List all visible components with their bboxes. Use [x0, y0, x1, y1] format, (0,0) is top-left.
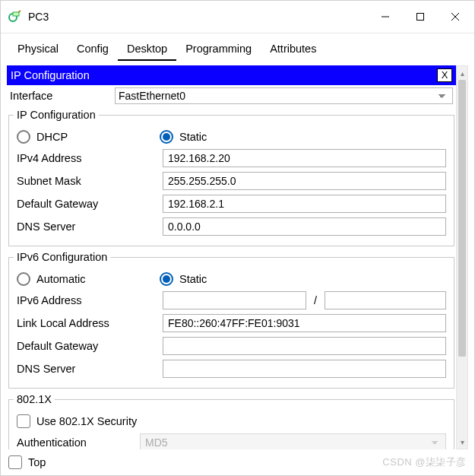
ipv6-automatic-label: Automatic — [36, 273, 85, 285]
scroll-down-arrow-icon[interactable]: ▾ — [457, 435, 467, 449]
dot1x-legend: 802.1X — [14, 393, 55, 405]
ipv4-address-input[interactable] — [163, 149, 446, 167]
static-radio[interactable] — [160, 130, 173, 144]
vertical-scrollbar[interactable]: ▴ ▾ — [456, 65, 468, 449]
ipv6-prefix-input[interactable] — [325, 291, 446, 309]
ipv6-gateway-label: Default Gateway — [17, 340, 160, 352]
ipv6-dns-label: DNS Server — [17, 363, 160, 375]
link-local-label: Link Local Address — [17, 317, 160, 329]
tab-physical[interactable]: Physical — [8, 40, 68, 61]
ipv4-legend: IP Configuration — [14, 109, 99, 121]
ipv4-group: IP Configuration DHCP Static IPv4 Addres… — [8, 109, 454, 246]
panel-title: IP Configuration — [11, 69, 90, 81]
default-gateway-input[interactable] — [163, 195, 446, 213]
app-icon — [8, 10, 22, 24]
authentication-label: Authentication — [17, 436, 140, 449]
dns-server-label: DNS Server — [17, 221, 160, 233]
top-label: Top — [28, 456, 46, 468]
ipv6-automatic-radio[interactable] — [17, 272, 30, 286]
ipv6-dns-input[interactable] — [163, 360, 446, 378]
titlebar-separator — [1, 33, 474, 33]
close-button[interactable] — [438, 1, 473, 33]
ipv6-static-radio[interactable] — [160, 272, 173, 286]
content-area: IP Configuration X Interface FastEtherne… — [7, 65, 468, 449]
static-label: Static — [179, 131, 207, 143]
dhcp-label: DHCP — [36, 131, 68, 143]
subnet-mask-input[interactable] — [163, 172, 446, 190]
ipv6-group: IPv6 Configuration Automatic Static IPv6… — [8, 251, 454, 389]
scroll-track[interactable] — [457, 80, 467, 435]
link-local-input[interactable] — [163, 314, 446, 332]
use-8021x-label: Use 802.1X Security — [36, 415, 137, 427]
tabs: Physical Config Desktop Programming Attr… — [1, 36, 474, 61]
window-title: PC3 — [28, 11, 368, 23]
subnet-mask-label: Subnet Mask — [17, 175, 160, 187]
default-gateway-label: Default Gateway — [17, 198, 160, 210]
top-checkbox[interactable] — [8, 455, 22, 469]
app-window: PC3 Physical Config Desktop Programming … — [0, 0, 475, 476]
ipv6-gateway-input[interactable] — [163, 337, 446, 355]
ipv6-static-label: Static — [179, 273, 207, 285]
ip-config-panel: IP Configuration X Interface FastEtherne… — [7, 65, 456, 449]
dot1x-group: 802.1X Use 802.1X Security Authenticatio… — [8, 393, 454, 449]
footer: Top CSDN @柒柒子彦 — [1, 451, 474, 475]
use-8021x-checkbox[interactable] — [17, 414, 30, 428]
panel-header: IP Configuration X — [7, 65, 456, 85]
minimize-button[interactable] — [368, 1, 403, 33]
svg-rect-2 — [13, 12, 19, 16]
ipv6-legend: IPv6 Configuration — [14, 251, 110, 263]
maximize-button[interactable] — [403, 1, 438, 33]
interface-select[interactable]: FastEthernet0 — [115, 87, 453, 104]
ipv4-address-label: IPv4 Address — [17, 152, 160, 164]
ipv6-prefix-slash: / — [309, 294, 321, 306]
ipv6-address-input[interactable] — [163, 291, 306, 309]
scroll-up-arrow-icon[interactable]: ▴ — [457, 66, 467, 80]
ipv6-address-label: IPv6 Address — [17, 294, 160, 306]
watermark: CSDN @柒柒子彦 — [382, 455, 467, 469]
authentication-select: MD5 — [140, 433, 446, 449]
tab-config[interactable]: Config — [68, 40, 118, 61]
dns-server-input[interactable] — [163, 217, 446, 236]
tab-programming[interactable]: Programming — [176, 40, 261, 61]
scroll-thumb[interactable] — [458, 80, 466, 357]
tab-desktop[interactable]: Desktop — [118, 40, 176, 61]
interface-label: Interface — [10, 90, 109, 102]
tab-attributes[interactable]: Attributes — [261, 40, 325, 61]
svg-rect-4 — [417, 14, 424, 21]
titlebar: PC3 — [1, 1, 474, 33]
dhcp-radio[interactable] — [17, 130, 30, 144]
panel-close-button[interactable]: X — [437, 68, 452, 82]
